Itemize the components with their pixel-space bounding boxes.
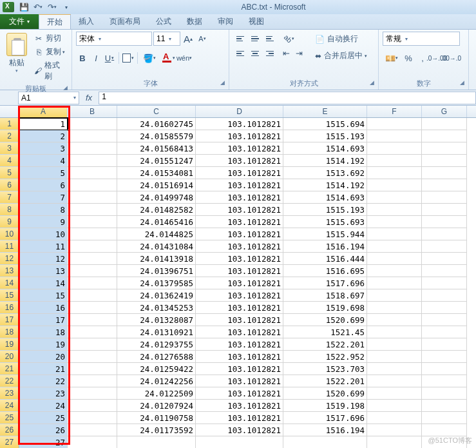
cell[interactable]: 8	[19, 204, 68, 216]
cell[interactable]: 14	[19, 277, 68, 289]
cell[interactable]: 18	[19, 326, 68, 338]
cell[interactable]	[367, 142, 422, 155]
number-format-combo[interactable]: 常规▾	[383, 32, 460, 46]
cell[interactable]: 21	[19, 363, 68, 375]
cell[interactable]: 1515.694	[283, 118, 367, 130]
cell[interactable]: 24.01207924	[117, 400, 196, 412]
row-header[interactable]: 7	[0, 191, 19, 204]
cell[interactable]	[367, 302, 422, 314]
row-header[interactable]: 16	[0, 302, 19, 314]
wrap-text-button[interactable]: 📄自动换行	[310, 32, 372, 46]
row-header[interactable]: 8	[0, 204, 19, 216]
align-bottom-button[interactable]	[263, 32, 277, 46]
align-center-button[interactable]	[248, 46, 262, 61]
cell[interactable]: 103.1012821	[196, 400, 283, 412]
cell[interactable]	[422, 253, 467, 265]
cell[interactable]	[367, 216, 422, 228]
cell[interactable]	[422, 314, 467, 326]
font-name-combo[interactable]: 宋体▾	[76, 32, 152, 46]
cell[interactable]	[68, 167, 117, 179]
cell[interactable]	[283, 436, 367, 448]
row-header[interactable]: 4	[0, 155, 19, 167]
cell[interactable]: 1516.695	[283, 265, 367, 277]
cell[interactable]	[367, 240, 422, 253]
cell[interactable]: 1523.703	[283, 363, 367, 375]
cell[interactable]	[422, 400, 467, 412]
row-header[interactable]: 17	[0, 314, 19, 326]
dialog-launcher-icon[interactable]: ◢	[220, 79, 225, 86]
cell[interactable]: 1	[19, 118, 68, 130]
cell[interactable]: 24	[19, 400, 68, 412]
format-painter-button[interactable]: 🖌格式刷	[31, 59, 68, 83]
cell[interactable]	[422, 216, 467, 228]
cell[interactable]	[68, 204, 117, 216]
cell[interactable]	[422, 155, 467, 167]
row-header[interactable]: 24	[0, 400, 19, 412]
percent-button[interactable]: %	[402, 51, 415, 65]
cell[interactable]: 103.1012821	[196, 253, 283, 265]
cell[interactable]: 103.1012821	[196, 142, 283, 155]
cell[interactable]: 25	[19, 412, 68, 424]
cell[interactable]: 103.1012821	[196, 191, 283, 204]
cell[interactable]: 24.01602745	[117, 118, 196, 130]
border-button[interactable]: ▾	[122, 51, 135, 65]
cell[interactable]: 6	[19, 179, 68, 191]
cell[interactable]	[68, 436, 117, 448]
cell[interactable]: 1517.696	[283, 277, 367, 289]
cell[interactable]: 24.01482582	[117, 204, 196, 216]
cell[interactable]: 1519.698	[283, 302, 367, 314]
tab-开始[interactable]: 开始	[39, 14, 71, 29]
font-color-button[interactable]: ▾	[159, 51, 177, 65]
cell[interactable]: 17	[19, 314, 68, 326]
cell[interactable]: 103.1012821	[196, 363, 283, 375]
decrease-indent-button[interactable]: ⇤	[280, 46, 292, 60]
cell[interactable]	[68, 351, 117, 363]
cell[interactable]	[367, 228, 422, 240]
column-header-B[interactable]: B	[68, 106, 117, 117]
cell[interactable]	[367, 253, 422, 265]
row-header[interactable]: 11	[0, 240, 19, 253]
tab-file[interactable]: 文件▾	[0, 14, 39, 29]
cell[interactable]: 103.1012821	[196, 387, 283, 400]
column-header-C[interactable]: C	[117, 106, 196, 117]
cell[interactable]	[367, 314, 422, 326]
accounting-format-button[interactable]: 💴▾	[383, 51, 401, 65]
cell[interactable]	[422, 228, 467, 240]
cell[interactable]	[367, 179, 422, 191]
cell[interactable]	[68, 326, 117, 338]
row-header[interactable]: 15	[0, 289, 19, 302]
tab-数据[interactable]: 数据	[179, 14, 210, 29]
tab-审阅[interactable]: 审阅	[210, 14, 241, 29]
cell[interactable]	[68, 363, 117, 375]
font-size-combo[interactable]: 11▾	[153, 32, 180, 46]
cell[interactable]: 1517.696	[283, 412, 367, 424]
cell[interactable]	[68, 228, 117, 240]
align-top-button[interactable]	[233, 32, 247, 46]
qat-undo-button[interactable]: ↶▾	[31, 1, 45, 13]
cell[interactable]: 1522.201	[283, 338, 367, 351]
cell[interactable]: 20	[19, 351, 68, 363]
cell[interactable]	[68, 142, 117, 155]
row-header[interactable]: 25	[0, 412, 19, 424]
cell[interactable]: 1515.193	[283, 204, 367, 216]
cell[interactable]: 1514.693	[283, 191, 367, 204]
cell[interactable]	[422, 130, 467, 142]
row-header[interactable]: 6	[0, 179, 19, 191]
cell[interactable]	[422, 204, 467, 216]
cell[interactable]	[367, 130, 422, 142]
cell[interactable]: 22	[19, 375, 68, 387]
cell[interactable]	[422, 326, 467, 338]
cell[interactable]: 103.1012821	[196, 228, 283, 240]
cell[interactable]	[422, 351, 467, 363]
cell[interactable]	[367, 204, 422, 216]
cell[interactable]	[422, 142, 467, 155]
cell[interactable]: 4	[19, 155, 68, 167]
fill-color-button[interactable]: 🪣▾	[140, 51, 158, 65]
cut-button[interactable]: ✂剪切	[31, 32, 68, 45]
cell[interactable]: 1516.194	[283, 240, 367, 253]
cell[interactable]: 1522.201	[283, 375, 367, 387]
qat-customize-button[interactable]: ▾	[59, 1, 73, 13]
cell[interactable]	[422, 265, 467, 277]
cell[interactable]	[422, 240, 467, 253]
cell[interactable]: 103.1012821	[196, 179, 283, 191]
